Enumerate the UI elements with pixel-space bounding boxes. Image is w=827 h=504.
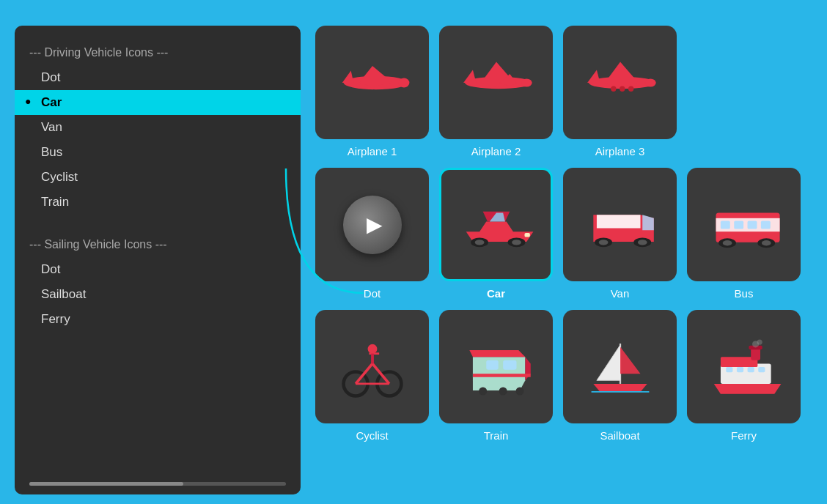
sidebar-item-train[interactable]: Train <box>15 190 301 215</box>
svg-marker-60 <box>596 344 620 380</box>
svg-line-44 <box>372 363 389 384</box>
car-label: Car <box>487 287 505 300</box>
svg-marker-30 <box>642 215 654 230</box>
svg-marker-25 <box>596 215 640 228</box>
svg-point-57 <box>499 387 507 395</box>
svg-point-70 <box>757 339 762 344</box>
svg-rect-23 <box>524 233 529 237</box>
sidebar-item-cyclist[interactable]: Cyclist <box>15 165 301 190</box>
svg-point-27 <box>598 240 608 245</box>
svg-point-20 <box>474 240 484 245</box>
svg-marker-61 <box>620 346 641 374</box>
airplane3-icon <box>580 50 661 116</box>
svg-marker-62 <box>593 383 647 391</box>
icon-box-airplane3[interactable] <box>563 26 677 139</box>
cell-airplane1: Airplane 1 <box>315 26 429 158</box>
svg-marker-1 <box>342 70 353 83</box>
svg-marker-2 <box>359 66 392 86</box>
svg-rect-72 <box>736 367 743 372</box>
cell-bus: Bus <box>687 168 801 300</box>
cyclist-label: Cyclist <box>356 429 388 442</box>
airplane2-label: Airplane 2 <box>471 145 521 158</box>
car-icon <box>456 192 537 258</box>
sidebar-item-dot-sailing[interactable]: Dot <box>15 257 301 282</box>
cell-dot: Dot <box>315 168 429 300</box>
sidebar-item-car[interactable]: Car <box>15 90 301 115</box>
cell-sailboat: Sailboat <box>563 310 677 442</box>
ferry-icon <box>704 334 784 400</box>
svg-rect-74 <box>758 367 765 372</box>
svg-rect-35 <box>747 220 757 229</box>
sidebar-item-sailboat[interactable]: Sailboat <box>15 282 301 307</box>
scrollbar-track[interactable] <box>29 482 286 486</box>
train-label: Train <box>484 429 509 442</box>
svg-point-29 <box>637 240 647 245</box>
svg-rect-55 <box>472 374 530 377</box>
cell-airplane3: Airplane 3 <box>563 26 677 158</box>
icon-box-sailboat[interactable] <box>563 310 677 423</box>
svg-point-14 <box>620 86 625 91</box>
airplane1-icon <box>332 50 413 116</box>
svg-point-22 <box>512 240 521 245</box>
icon-box-airplane1[interactable] <box>315 26 429 139</box>
van-label: Van <box>611 287 630 300</box>
sidebar-item-ferry[interactable]: Ferry <box>15 307 301 332</box>
svg-rect-71 <box>726 367 732 372</box>
icon-box-bus[interactable] <box>687 168 801 281</box>
svg-marker-51 <box>469 350 525 357</box>
cyclist-icon <box>332 334 413 400</box>
icon-box-dot[interactable] <box>315 168 429 281</box>
grid-row-3: Cyclist <box>315 310 812 442</box>
scrollbar-thumb <box>29 482 183 486</box>
icon-box-van[interactable] <box>563 168 677 281</box>
grid-row-2: Dot <box>315 168 812 300</box>
svg-marker-50 <box>472 357 525 390</box>
svg-rect-34 <box>734 220 743 229</box>
icon-box-ferry[interactable] <box>687 310 801 423</box>
grid-row-1: Airplane 1 Airplane 2 <box>315 26 812 158</box>
svg-point-56 <box>479 387 487 395</box>
bus-icon <box>704 192 784 258</box>
svg-point-40 <box>761 240 771 245</box>
sidebar-item-van[interactable]: Van <box>15 115 301 140</box>
bus-label: Bus <box>735 287 754 300</box>
svg-rect-36 <box>760 220 770 229</box>
cell-car: Car <box>439 168 553 300</box>
dot-icon <box>343 196 402 254</box>
sidebar-item-bus[interactable]: Bus <box>15 140 301 165</box>
cell-train: Train <box>439 310 553 442</box>
svg-point-58 <box>515 387 523 395</box>
sailing-section-header: --- Sailing Vehicle Icons --- <box>15 232 301 257</box>
svg-point-38 <box>722 240 732 245</box>
icon-box-train[interactable] <box>439 310 553 423</box>
sidebar-item-dot-driving[interactable]: Dot <box>15 65 301 90</box>
svg-line-43 <box>356 363 372 384</box>
svg-point-48 <box>367 344 377 353</box>
cell-cyclist: Cyclist <box>315 310 429 442</box>
icon-box-cyclist[interactable] <box>315 310 429 423</box>
sailboat-label: Sailboat <box>600 429 639 442</box>
svg-rect-54 <box>486 360 499 369</box>
svg-rect-53 <box>503 360 516 369</box>
sailboat-icon <box>580 334 661 400</box>
cell-van: Van <box>563 168 677 300</box>
airplane3-label: Airplane 3 <box>595 145 645 158</box>
svg-point-15 <box>628 86 633 91</box>
cell-ferry: Ferry <box>687 310 801 442</box>
svg-point-3 <box>398 78 409 87</box>
icon-box-airplane2[interactable] <box>439 26 553 139</box>
svg-point-12 <box>644 78 655 86</box>
ferry-label: Ferry <box>731 429 757 442</box>
svg-point-7 <box>521 78 532 86</box>
svg-point-13 <box>611 86 616 91</box>
dot-label: Dot <box>364 287 381 300</box>
train-icon <box>456 334 537 400</box>
svg-rect-33 <box>720 220 729 229</box>
svg-marker-5 <box>463 70 476 82</box>
grid-area: Airplane 1 Airplane 2 <box>315 26 812 452</box>
svg-marker-64 <box>713 383 781 393</box>
icon-box-car[interactable] <box>439 168 553 281</box>
cell-airplane2: Airplane 2 <box>439 26 553 158</box>
svg-marker-11 <box>604 62 638 87</box>
svg-rect-73 <box>747 367 754 372</box>
